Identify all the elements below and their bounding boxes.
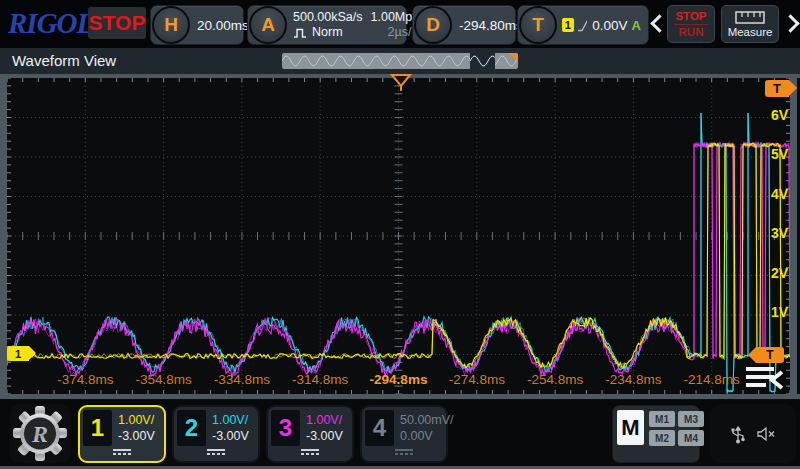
measure-button[interactable]: Measure	[721, 5, 779, 43]
coupling-icon	[301, 449, 319, 455]
time-label: -314.8ms	[292, 372, 348, 387]
channel-4-number: 4	[365, 410, 394, 446]
channel-3-button[interactable]: 31.00V/-3.00V	[266, 405, 354, 463]
time-label: -254.8ms	[527, 372, 583, 387]
stop-label: STOP	[675, 10, 706, 23]
gear-icon: R	[13, 406, 67, 461]
view-title: Waveform View	[12, 52, 116, 69]
acquisition-icon: A	[249, 6, 287, 44]
measure-label: Measure	[728, 26, 773, 38]
volt-label: 5V	[758, 146, 788, 162]
bottom-ruler	[0, 394, 800, 399]
waveform-plot	[7, 78, 790, 394]
waveform-display: T T 1 -374.8ms-354.8ms-334.8ms-314.8ms-2…	[0, 74, 800, 400]
channel-1-button[interactable]: 11.00V/-3.00V	[78, 405, 166, 463]
menu-collapse-icon[interactable]	[744, 364, 786, 394]
volt-label: 3V	[758, 225, 788, 241]
rising-edge-icon	[577, 19, 587, 32]
time-label: -374.8ms	[57, 372, 113, 387]
trigger-position-marker[interactable]	[390, 74, 412, 92]
overview-window-waveform-icon	[470, 53, 495, 69]
channel-2-scale: 1.00V/	[212, 413, 248, 427]
acquisition-button[interactable]: A 500.00kSa/s Norm 1.00Mpts 2µs/pt	[247, 5, 407, 45]
rigol-gear-logo[interactable]: R	[10, 404, 70, 463]
usb-icon	[731, 424, 745, 444]
channel-2-button[interactable]: 21.00V/-3.00V	[172, 405, 260, 463]
volt-label: 2V	[758, 265, 788, 281]
time-label: -294.8ms	[370, 372, 428, 387]
math-item-m3[interactable]: M3	[678, 411, 704, 427]
math-tile[interactable]: M	[617, 410, 644, 445]
channel-1-number: 1	[83, 410, 112, 446]
trigger-mode: Norm	[312, 25, 343, 40]
top-toolbar: RIGOL STOP H 20.00ms/ A 500.00kSa/s Norm…	[0, 0, 800, 48]
pulse-norm-icon	[293, 28, 308, 38]
trigger-level-flag[interactable]: T	[756, 347, 784, 363]
delay-button[interactable]: D -294.80ms	[412, 5, 516, 45]
channel-bar: R 11.00V/-3.00V21.00V/-3.00V31.00V/-3.00…	[0, 400, 800, 469]
horizontal-scale-button[interactable]: H 20.00ms/	[150, 5, 244, 45]
sample-rate: 500.00kSa/s	[293, 10, 363, 25]
math-item-m2[interactable]: M2	[649, 430, 675, 446]
math-item-m1[interactable]: M1	[649, 411, 675, 427]
math-item-m4[interactable]: M4	[678, 430, 704, 446]
channel-2-number: 2	[177, 410, 206, 446]
channel-3-scale: 1.00V/	[306, 413, 342, 427]
stop-run-divider	[674, 24, 708, 25]
channel-4-scale: 50.00mV/	[400, 413, 454, 427]
time-label: -354.8ms	[135, 372, 191, 387]
view-title-bar: Waveform View	[0, 48, 800, 75]
overview-window[interactable]	[470, 53, 495, 69]
rigol-logo: RIGOL	[8, 7, 93, 40]
channel-4-button[interactable]: 450.00mV/0.00V	[360, 405, 448, 463]
overview-corner-marker	[509, 53, 518, 62]
coupling-icon	[113, 449, 131, 455]
status-icon-panel	[710, 404, 796, 463]
channel-4-offset: 0.00V	[400, 429, 433, 443]
trigger-button[interactable]: T 1 0.00V A	[517, 5, 649, 45]
sound-muted-icon	[757, 426, 776, 442]
acquisition-status-badge: STOP	[88, 7, 146, 39]
volt-label: 1V	[758, 304, 788, 320]
oscilloscope-screen: RIGOL STOP H 20.00ms/ A 500.00kSa/s Norm…	[0, 0, 800, 469]
waveform-overview-bar[interactable]	[282, 53, 518, 69]
time-label: -334.8ms	[214, 372, 270, 387]
time-label: -214.8ms	[684, 372, 740, 387]
run-label: RUN	[679, 26, 704, 39]
volt-label: 4V	[758, 186, 788, 202]
channel-1-scale: 1.00V/	[118, 413, 154, 427]
left-ruler	[0, 74, 7, 399]
horizontal-icon: H	[152, 6, 190, 44]
channel-1-offset: -3.00V	[118, 429, 155, 443]
trigger-icon: T	[519, 6, 557, 44]
channel1-position-flag[interactable]: 1	[7, 346, 29, 361]
trigger-status: A	[632, 18, 641, 33]
right-ruler	[790, 74, 797, 399]
toolbar-prev-icon[interactable]	[650, 14, 668, 32]
coupling-icon	[207, 449, 225, 455]
trigger-level-value: 0.00V	[587, 18, 631, 33]
toolbar-next-icon[interactable]	[781, 14, 799, 32]
svg-text:R: R	[31, 421, 48, 447]
math-button[interactable]: M M1M3M2M4	[612, 405, 700, 463]
channel-3-offset: -3.00V	[306, 429, 343, 443]
time-label: -234.8ms	[605, 372, 661, 387]
time-label: -274.8ms	[449, 372, 505, 387]
trigger-source-chip: 1	[562, 18, 574, 32]
ruler-icon	[735, 11, 765, 24]
coupling-icon	[395, 449, 413, 455]
channel-3-number: 3	[271, 410, 300, 446]
stop-run-button[interactable]: STOP RUN	[667, 5, 715, 43]
channel-2-offset: -3.00V	[212, 429, 249, 443]
delay-icon: D	[414, 6, 452, 44]
trigger-offscreen-flag[interactable]: T	[765, 80, 789, 97]
volt-label: 6V	[758, 107, 788, 123]
